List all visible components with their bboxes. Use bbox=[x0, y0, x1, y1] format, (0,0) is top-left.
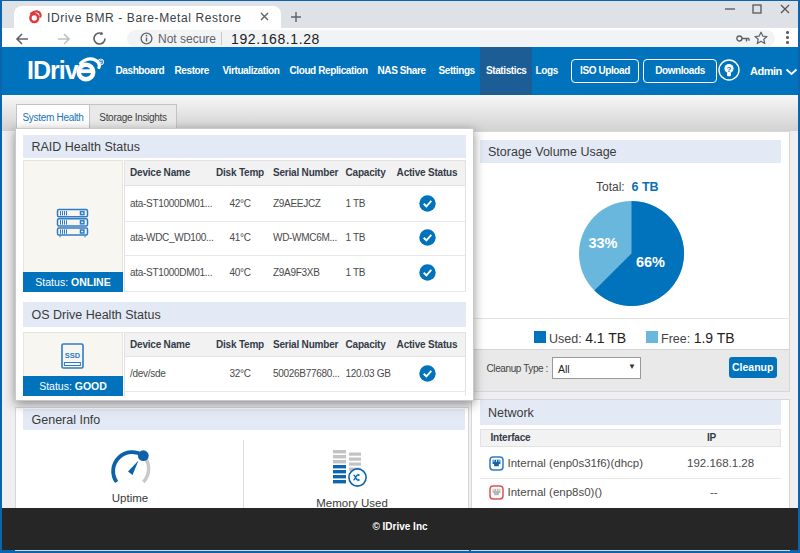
svg-text:66%: 66% bbox=[636, 254, 665, 270]
svg-text:33%: 33% bbox=[588, 235, 617, 251]
svg-text:SSD: SSD bbox=[65, 351, 81, 360]
svg-text:?: ? bbox=[727, 65, 732, 74]
